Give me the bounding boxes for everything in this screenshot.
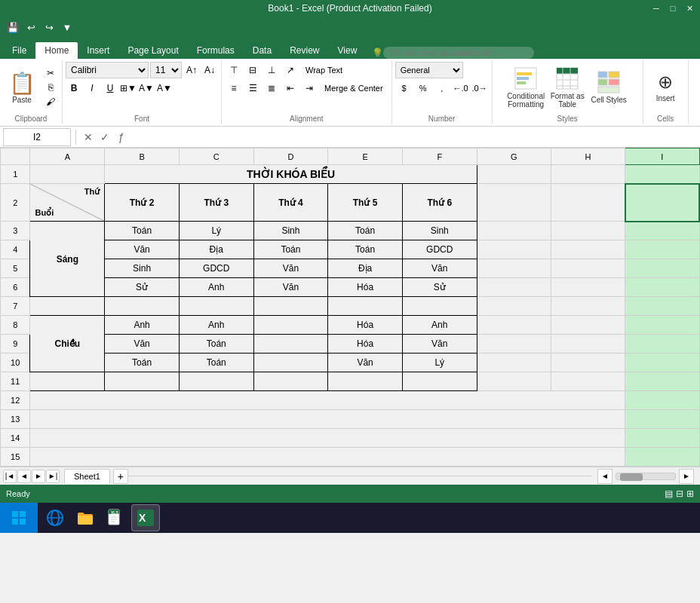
paste-button[interactable]: 📋 Paste [3, 66, 41, 109]
cell-h1[interactable] [551, 165, 625, 184]
row-header-9[interactable]: 9 [1, 335, 30, 354]
horizontal-scrollbar[interactable] [616, 473, 676, 480]
col-header-b[interactable]: B [105, 148, 180, 165]
format-painter-button[interactable]: 🖌 [42, 95, 59, 109]
conditional-formatting-button[interactable]: Conditional Formatting [505, 66, 547, 109]
save-qat-button[interactable]: 💾 [5, 19, 21, 35]
cell-b2[interactable]: Thứ 2 [105, 184, 180, 222]
decrease-decimal-button[interactable]: ←.0 [452, 80, 470, 96]
customize-qat-button[interactable]: ▼ [59, 19, 75, 35]
cell-g5[interactable] [477, 259, 551, 278]
insert-function-button[interactable]: ƒ [114, 130, 129, 145]
cell-h4[interactable] [551, 240, 625, 259]
start-button[interactable] [0, 503, 38, 533]
cell-e11[interactable] [328, 372, 403, 391]
align-center-button[interactable]: ☰ [244, 80, 262, 96]
italic-button[interactable]: I [84, 80, 100, 96]
cell-g3[interactable] [477, 222, 551, 240]
cell-c11[interactable] [179, 372, 253, 391]
decrease-indent-button[interactable]: ⇤ [281, 80, 299, 96]
taskbar-excel-file-button[interactable]: XLS [101, 504, 130, 531]
cell-a1[interactable] [30, 165, 105, 184]
cell-d11[interactable] [253, 372, 328, 391]
tab-data[interactable]: Data [244, 42, 281, 59]
cell-f8[interactable]: Anh [402, 316, 477, 335]
col-header-g[interactable]: G [477, 148, 551, 165]
cell-g6[interactable] [477, 278, 551, 297]
minimize-button[interactable]: ─ [649, 2, 664, 15]
cell-i12[interactable] [625, 391, 699, 410]
cell-a7[interactable] [30, 297, 105, 316]
cell-b5[interactable]: Sinh [105, 259, 180, 278]
font-color-button[interactable]: A▼ [156, 80, 173, 96]
sheet-nav-prev-button[interactable]: ◄ [17, 470, 31, 483]
col-header-a[interactable]: A [30, 148, 105, 165]
cell-h7[interactable] [551, 297, 625, 316]
cell-h8[interactable] [551, 316, 625, 335]
cell-c9[interactable]: Toán [179, 335, 253, 354]
spreadsheet-area[interactable]: A B C D E F G H I 1 THỜI KHÓA BIỂU [0, 148, 700, 467]
copy-button[interactable]: ⎘ [42, 81, 59, 94]
cell-g1[interactable] [477, 165, 551, 184]
cell-i5[interactable] [625, 259, 699, 278]
row-header-3[interactable]: 3 [1, 222, 30, 240]
col-header-h[interactable]: H [551, 148, 625, 165]
cell-i9[interactable] [625, 335, 699, 354]
cell-b8[interactable]: Anh [105, 316, 180, 335]
status-page-break-button[interactable]: ⊞ [686, 488, 694, 499]
cell-c7[interactable] [179, 297, 253, 316]
wrap-text-button[interactable]: Wrap Text [300, 62, 348, 78]
row-header-6[interactable]: 6 [1, 278, 30, 297]
cell-d9[interactable] [253, 335, 328, 354]
cell-a14[interactable] [30, 429, 625, 448]
col-header-c[interactable]: C [179, 148, 253, 165]
sheet-tab-sheet1[interactable]: Sheet1 [64, 469, 110, 484]
col-header-i[interactable]: I [625, 148, 699, 165]
row-header-1[interactable]: 1 [1, 165, 30, 184]
cell-a15[interactable] [30, 448, 625, 467]
tab-file[interactable]: File [3, 42, 35, 59]
cell-d10[interactable] [253, 354, 328, 372]
cell-h9[interactable] [551, 335, 625, 354]
taskbar-folder-button[interactable] [71, 504, 100, 531]
underline-button[interactable]: U [102, 80, 118, 96]
cell-h10[interactable] [551, 354, 625, 372]
cell-b6[interactable]: Sử [105, 278, 180, 297]
tab-review[interactable]: Review [281, 42, 328, 59]
cell-a13[interactable] [30, 410, 625, 429]
cell-e8[interactable]: Hóa [328, 316, 403, 335]
cell-i6[interactable] [625, 278, 699, 297]
cell-c5[interactable]: GDCD [179, 259, 253, 278]
cell-e7[interactable] [328, 297, 403, 316]
cancel-formula-button[interactable]: ✕ [81, 130, 96, 145]
cell-i7[interactable] [625, 297, 699, 316]
cell-i10[interactable] [625, 354, 699, 372]
cell-styles-button[interactable]: Cell Styles [588, 66, 630, 109]
add-sheet-button[interactable]: + [113, 469, 128, 484]
cell-d6[interactable]: Văn [253, 278, 328, 297]
align-top-button[interactable]: ⊤ [225, 62, 243, 78]
cell-i3[interactable] [625, 222, 699, 240]
cell-c4[interactable]: Địa [179, 240, 253, 259]
cell-a3[interactable]: Sáng [30, 222, 105, 297]
row-header-2[interactable]: 2 [1, 184, 30, 222]
cell-i1[interactable] [625, 165, 699, 184]
confirm-formula-button[interactable]: ✓ [97, 130, 112, 145]
cell-a11[interactable] [30, 372, 105, 391]
cell-e6[interactable]: Hóa [328, 278, 403, 297]
cell-c10[interactable]: Toán [179, 354, 253, 372]
cell-f3[interactable]: Sinh [402, 222, 477, 240]
close-button[interactable]: ✕ [682, 2, 697, 15]
sheet-nav-first-button[interactable]: |◄ [3, 470, 17, 483]
align-middle-button[interactable]: ⊟ [244, 62, 262, 78]
row-header-13[interactable]: 13 [1, 410, 30, 429]
cell-a2[interactable]: Thứ Buổi [30, 184, 105, 222]
col-header-e[interactable]: E [328, 148, 403, 165]
cell-g11[interactable] [477, 372, 551, 391]
align-left-button[interactable]: ≡ [225, 80, 243, 96]
cell-i11[interactable] [625, 372, 699, 391]
cell-g8[interactable] [477, 316, 551, 335]
row-header-11[interactable]: 11 [1, 372, 30, 391]
number-format-select[interactable]: General [395, 62, 463, 78]
cell-i2[interactable] [625, 184, 699, 222]
